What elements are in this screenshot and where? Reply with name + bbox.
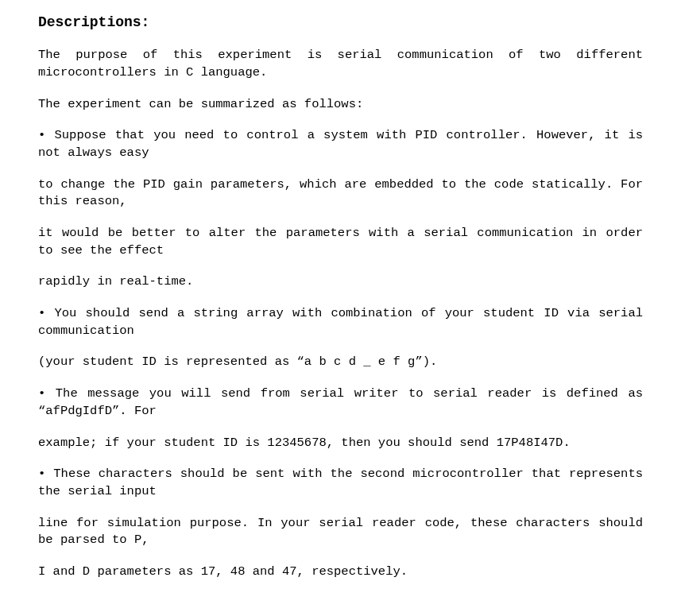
paragraph: The purpose of this experiment is serial… bbox=[38, 47, 643, 81]
paragraph: rapidly in real-time. bbox=[38, 273, 643, 291]
page-heading: Descriptions: bbox=[38, 13, 643, 33]
paragraph: it would be better to alter the paramete… bbox=[38, 225, 643, 259]
paragraph: I and D parameters as 17, 48 and 47, res… bbox=[38, 564, 643, 581]
paragraph: (your student ID is represented as “a b … bbox=[38, 354, 643, 371]
paragraph: The experiment can be summarized as foll… bbox=[38, 96, 643, 114]
paragraph: • You should send a string array with co… bbox=[38, 305, 643, 339]
paragraph: • Suppose that you need to control a sys… bbox=[38, 127, 643, 161]
paragraph: • These characters should be sent with t… bbox=[38, 466, 643, 500]
paragraph: example; if your student ID is 12345678,… bbox=[38, 435, 643, 452]
paragraph: • The message you will send from serial … bbox=[38, 385, 643, 420]
paragraph: to change the PID gain parameters, which… bbox=[38, 176, 643, 211]
paragraph: line for simulation purpose. In your ser… bbox=[38, 515, 643, 549]
